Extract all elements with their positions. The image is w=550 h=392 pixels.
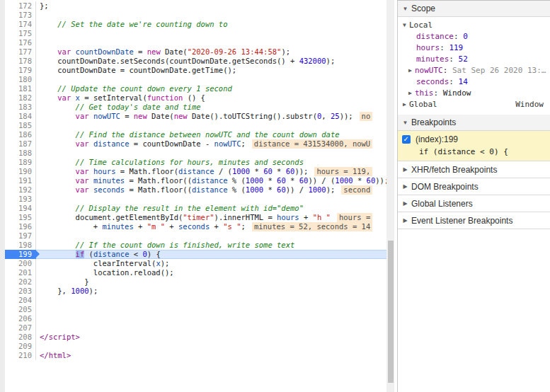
code-line[interactable]: 174 // Set the date we're counting down …: [0, 20, 386, 29]
code-editor[interactable]: 172};173174 // Set the date we're counti…: [0, 0, 397, 392]
code-line[interactable]: 173: [0, 11, 386, 20]
collapsed-section-header[interactable]: ▶Event Listener Breakpoints: [398, 212, 550, 229]
collapsed-section-header[interactable]: ▶XHR/fetch Breakpoints: [398, 161, 550, 178]
line-number[interactable]: 176: [0, 38, 36, 47]
line-number[interactable]: 173: [0, 11, 36, 20]
line-number[interactable]: 195: [0, 213, 36, 222]
line-number[interactable]: 192: [0, 185, 36, 195]
line-number[interactable]: 197: [0, 231, 36, 241]
line-number[interactable]: 196: [0, 222, 36, 231]
code-line[interactable]: 176: [0, 38, 386, 47]
breakpoint-execution-marker[interactable]: 199: [0, 250, 36, 259]
scope-section-header[interactable]: ▼ Scope: [398, 0, 550, 17]
code-line[interactable]: 207: [0, 323, 386, 333]
code-line[interactable]: 206: [0, 314, 386, 323]
code-line[interactable]: 187 var distance = countDownDate - nowUT…: [0, 139, 386, 149]
breakpoint-entry[interactable]: (index):199 if (distance < 0) {: [398, 131, 550, 161]
line-number[interactable]: 189: [0, 158, 36, 167]
line-number[interactable]: 204: [0, 296, 36, 305]
line-number[interactable]: 185: [0, 121, 36, 130]
code-line[interactable]: 189 // Time calculations for hours, minu…: [0, 158, 386, 167]
line-number[interactable]: 210: [0, 351, 36, 360]
code-line[interactable]: 196 + minutes + "m " + seconds + "s ";mi…: [0, 222, 386, 231]
line-number[interactable]: 203: [0, 287, 36, 296]
line-number[interactable]: 209: [0, 342, 36, 351]
scope-variable-row[interactable]: ▶this: Window: [398, 88, 550, 99]
line-number[interactable]: 174: [0, 20, 36, 29]
line-number[interactable]: 193: [0, 195, 36, 204]
line-number[interactable]: 188: [0, 149, 36, 158]
collapsed-section-header[interactable]: ▶DOM Breakpoints: [398, 178, 550, 195]
scope-local-row[interactable]: ▼ Local: [398, 20, 550, 31]
line-number[interactable]: 194: [0, 204, 36, 213]
code-line[interactable]: 178 countDownDate.setSeconds(countDownDa…: [0, 57, 386, 66]
code-line[interactable]: 190 var hours = Math.floor(distance / (1…: [0, 167, 386, 176]
line-number[interactable]: 208: [0, 333, 36, 342]
code-token: "m ": [147, 222, 165, 231]
line-number[interactable]: 182: [0, 93, 36, 103]
code-line[interactable]: 193: [0, 195, 386, 204]
breakpoint-checkbox[interactable]: [402, 135, 411, 144]
line-number[interactable]: 190: [0, 167, 36, 176]
code-token: new: [134, 112, 147, 120]
code-line[interactable]: 208</script>: [0, 333, 386, 342]
code-line[interactable]: 209: [0, 342, 386, 351]
vertical-scrollbar-track[interactable]: [386, 0, 394, 392]
code-line[interactable]: 203 }, 1000);: [0, 287, 386, 296]
code-line[interactable]: 182 var x = setInterval(function () {: [0, 93, 386, 103]
code-line[interactable]: 205: [0, 305, 386, 314]
code-line[interactable]: 198 // If the count down is finished, wr…: [0, 241, 386, 250]
line-number[interactable]: 207: [0, 323, 36, 333]
collapsed-section-header[interactable]: ▶Global Listeners: [398, 195, 550, 212]
line-number[interactable]: 198: [0, 241, 36, 250]
scope-variable-row[interactable]: ▶nowUTC: Sat Sep 26 2020 13:…: [398, 65, 550, 76]
line-number[interactable]: 205: [0, 305, 36, 314]
code-line[interactable]: 172};: [0, 1, 386, 11]
line-number[interactable]: 186: [0, 130, 36, 139]
code-line[interactable]: 191 var minutes = Math.floor((distance %…: [0, 176, 386, 185]
line-number[interactable]: 201: [0, 268, 36, 277]
line-number[interactable]: 178: [0, 57, 36, 66]
code-line[interactable]: 179 countDownDate = countDownDate.getTim…: [0, 66, 386, 75]
code-line[interactable]: 194 // Display the result in the element…: [0, 204, 386, 213]
code-token: </script>: [40, 333, 80, 341]
code-line[interactable]: 185: [0, 121, 386, 130]
line-number[interactable]: 191: [0, 176, 36, 185]
line-number[interactable]: 202: [0, 277, 36, 287]
code-line[interactable]: 177 var countDownDate = new Date("2020-0…: [0, 47, 386, 57]
code-line[interactable]: 180: [0, 75, 386, 84]
breakpoints-section-header[interactable]: ▼ Breakpoints: [398, 115, 550, 131]
code-line[interactable]: 195 document.getElementById("timer").inn…: [0, 213, 386, 222]
code-line[interactable]: 200 clearInterval(x);: [0, 259, 386, 268]
code-token: [40, 204, 76, 212]
line-number[interactable]: 187: [0, 139, 36, 149]
code-line[interactable]: 186 // Find the distance between nowUTC …: [0, 130, 386, 139]
line-number[interactable]: 184: [0, 112, 36, 121]
code-line[interactable]: 199 if (distance < 0) {: [0, 250, 386, 259]
code-line[interactable]: 183 // Get today's date and time: [0, 103, 386, 112]
line-number[interactable]: 177: [0, 47, 36, 57]
code-line[interactable]: 184 var nowUTC = new Date(new Date().toU…: [0, 112, 386, 121]
code-line[interactable]: 210</html>: [0, 351, 386, 360]
line-number[interactable]: 180: [0, 75, 36, 84]
line-number[interactable]: 200: [0, 259, 36, 268]
line-number[interactable]: 175: [0, 29, 36, 38]
line-number[interactable]: 172: [0, 1, 36, 11]
code-line[interactable]: 204: [0, 296, 386, 305]
line-number[interactable]: 206: [0, 314, 36, 323]
code-line[interactable]: 192 var seconds = Math.floor((distance %…: [0, 185, 386, 195]
scope-global-row[interactable]: ▶ Global Window: [398, 99, 550, 110]
vertical-scrollbar-thumb[interactable]: [388, 241, 394, 383]
code-line[interactable]: 202 }: [0, 277, 386, 287]
code-line[interactable]: 181 // Update the count down every 1 sec…: [0, 84, 386, 93]
line-number[interactable]: 181: [0, 84, 36, 93]
code-line-text: [36, 121, 386, 130]
line-number[interactable]: 183: [0, 103, 36, 112]
code-line[interactable]: 201 location.reload();: [0, 268, 386, 277]
line-number[interactable]: 179: [0, 66, 36, 75]
code-line-text: [36, 75, 386, 84]
code-line[interactable]: 188: [0, 149, 386, 158]
code-line[interactable]: 175: [0, 29, 386, 38]
code-line-text: var nowUTC = new Date(new Date().toUTCSt…: [36, 112, 386, 121]
code-line[interactable]: 197: [0, 231, 386, 241]
